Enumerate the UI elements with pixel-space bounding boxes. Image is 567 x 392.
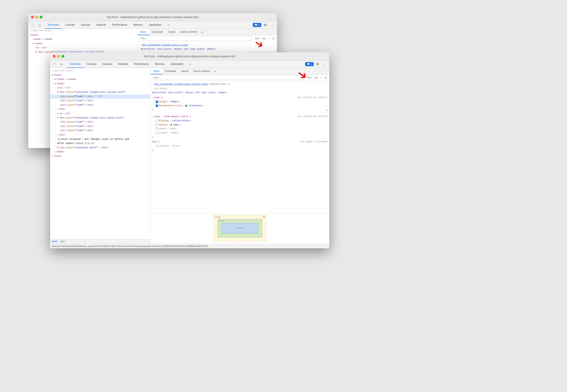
settings-icon-2[interactable]: ⚙ — [314, 61, 321, 67]
device-icon[interactable]: ▭ — [37, 22, 42, 28]
subtab-more-2[interactable]: » — [213, 68, 218, 74]
prop-checkbox-display-block[interactable] — [156, 145, 158, 147]
html-line[interactable]: <div class="item" ></div> — [50, 128, 150, 133]
tab-elements-2[interactable]: Elements — [67, 60, 84, 68]
prop-checkbox-height[interactable]: ✓ — [156, 101, 158, 103]
html-line[interactable]: ▶ <p> … </p> — [50, 112, 150, 116]
html-line[interactable]: <div class="item" ></div> — [50, 120, 150, 124]
cls-button-2[interactable]: .cls — [313, 76, 319, 79]
subtab-computed-1[interactable]: Computed — [149, 29, 165, 35]
minimize-button-2[interactable] — [57, 55, 60, 58]
prop-checkbox-bgcolor[interactable]: ✓ — [156, 105, 158, 107]
html-line[interactable]: ▶ <div class="container-both" > … </div> — [50, 146, 150, 150]
html-line: </div> — [50, 107, 150, 112]
subtab-more-1[interactable]: » — [200, 29, 205, 35]
html-line[interactable]: ▼ <body> — [28, 42, 137, 46]
html-line[interactable]: <div class="item" ></div> — [50, 124, 150, 129]
cursor-icon-2[interactable]: ⬚ — [52, 61, 58, 67]
arrow-link-2[interactable]: → — [152, 82, 154, 86]
close-button-2[interactable] — [53, 55, 56, 58]
selector-link-1[interactable]: div.container-single-axis.i…size — [142, 43, 188, 46]
selector-link-2[interactable]: div.container-single-axis.inline-size — [155, 82, 208, 86]
hov-button-2[interactable]: :hov — [306, 76, 313, 79]
prop-checkbox-margin[interactable] — [156, 124, 158, 126]
subtab-computed-2[interactable]: Computed — [162, 68, 179, 74]
prop-checkbox-width[interactable] — [156, 128, 158, 130]
tab-elements-1[interactable]: Elements — [45, 21, 62, 29]
html-line-selected[interactable]: <div class="item" ></div> == $0 — [50, 95, 150, 99]
html-line[interactable]: <html> — [28, 33, 137, 38]
chat-button-2[interactable]: 💬 1 — [305, 62, 313, 66]
add-prop-btn[interactable]: + — [324, 108, 328, 114]
more-icon-2[interactable]: ⋮ — [321, 61, 328, 67]
tab-sources-1[interactable]: Sources — [78, 21, 93, 29]
tab-memory-1[interactable]: Memory — [130, 21, 146, 29]
html-line[interactable]: <div class="item" ></div> — [50, 99, 150, 103]
subtab-event-listeners-2[interactable]: Event Listeners — [191, 68, 213, 74]
toggle-sidebar-btn-2[interactable]: ◫ — [324, 76, 328, 80]
main-tabs-2: Elements Console Sources Network Perform… — [67, 60, 305, 68]
bottom-tab-body[interactable]: bod… — [60, 240, 66, 244]
tab-network-1[interactable]: Network — [93, 21, 109, 29]
tab-performance-2[interactable]: Performance — [131, 60, 152, 68]
prop-checkbox-display[interactable] — [156, 120, 158, 122]
subtab-styles-1[interactable]: Styles — [137, 29, 149, 35]
filter-actions-2: :hov .cls + ◫ — [306, 76, 328, 80]
settings-icon-1[interactable]: ⚙ — [262, 22, 268, 28]
tab-console-2[interactable]: Console — [84, 60, 99, 68]
bottom-tab-html[interactable]: html — [52, 240, 58, 244]
cls-button-1[interactable]: .cls — [261, 37, 267, 40]
tab-network-2[interactable]: Network — [115, 60, 131, 68]
tab-performance-1[interactable]: Performance — [109, 21, 130, 29]
prop-checkbox-height2[interactable] — [156, 132, 158, 134]
tab-application-1[interactable]: Application — [146, 21, 165, 29]
add-style-btn-2[interactable]: + — [320, 76, 323, 79]
html-line[interactable]: ▶ <p> … </p> — [50, 86, 150, 90]
subtab-layout-2[interactable]: Layout — [179, 68, 191, 74]
traffic-lights-2 — [53, 55, 64, 58]
subtab-styles-2[interactable]: Styles — [150, 68, 162, 74]
tab-more-2[interactable]: » — [186, 60, 194, 68]
html-line: <!DOCTYPE html> — [50, 69, 150, 73]
window-title-1: DevTools - mathiasbynens.github.io/css-d… — [107, 16, 198, 19]
html-line[interactable]: <head> … </head> — [28, 37, 137, 42]
css-rule-item: .item { css-contain…ies.html:67 ✓ height… — [150, 95, 329, 114]
html-line[interactable]: ▶ <head> … </head> — [50, 77, 150, 82]
html-line[interactable]: ▼ <div class="container-single-axis inli… — [50, 90, 150, 95]
maximize-button-2[interactable] — [61, 55, 64, 58]
html-line[interactable]: ▼ <html> — [50, 73, 150, 78]
color-swatch-olivedrab[interactable] — [185, 105, 187, 107]
rule-item-aspect-close: } — [152, 135, 328, 139]
toolbar-icons-1: ⬚ ▭ — [30, 22, 42, 28]
subtab-event-listeners-1[interactable]: Event Listeners — [178, 29, 200, 35]
tab-more-1[interactable]: » — [165, 21, 172, 29]
box-model: margin 10 border - padding — [214, 215, 266, 241]
toggle-sidebar-btn-1[interactable]: ◫ — [271, 37, 275, 40]
toolbar-icons-2: ⬚ ▭ — [52, 61, 64, 67]
tab-console-1[interactable]: Console — [62, 21, 78, 29]
filter-bar-1: :hov .cls + ◫ — [137, 35, 277, 42]
close-button[interactable] — [31, 16, 34, 18]
minimize-button[interactable] — [35, 16, 38, 18]
maximize-button[interactable] — [40, 16, 43, 18]
css-selector-line: → div.container-single-axis.i…size — [139, 43, 275, 47]
hov-button-1[interactable]: :hov — [254, 37, 260, 40]
cursor-icon[interactable]: ⬚ — [30, 22, 36, 28]
html-line[interactable]: ▼ <div class="container-single-axis bloc… — [50, 116, 150, 120]
subtab-layout-1[interactable]: Layout — [165, 29, 178, 35]
device-icon-2[interactable]: ▭ — [59, 61, 64, 67]
html-line[interactable]: <p> … </p> — [28, 46, 137, 50]
rule-div-ua-close: } — [152, 148, 328, 152]
css-rule-selector: → div.container-single-axis.inline-size … — [150, 82, 329, 95]
html-line[interactable]: <div class="item" ></div> — [50, 103, 150, 107]
tab-memory-2[interactable]: Memory — [152, 60, 167, 68]
add-style-btn-1[interactable]: + — [267, 37, 270, 40]
filter-input-2[interactable] — [152, 75, 304, 80]
more-icon-1[interactable]: ⋮ — [269, 22, 275, 28]
tab-sources-2[interactable]: Sources — [99, 60, 115, 68]
html-line[interactable]: ▼ <body> — [50, 82, 150, 86]
filter-input-1[interactable] — [139, 36, 252, 41]
arrow-link[interactable]: → — [139, 43, 142, 46]
chat-button-1[interactable]: 💬 1 — [253, 23, 261, 27]
tab-application-2[interactable]: Application — [167, 60, 186, 68]
